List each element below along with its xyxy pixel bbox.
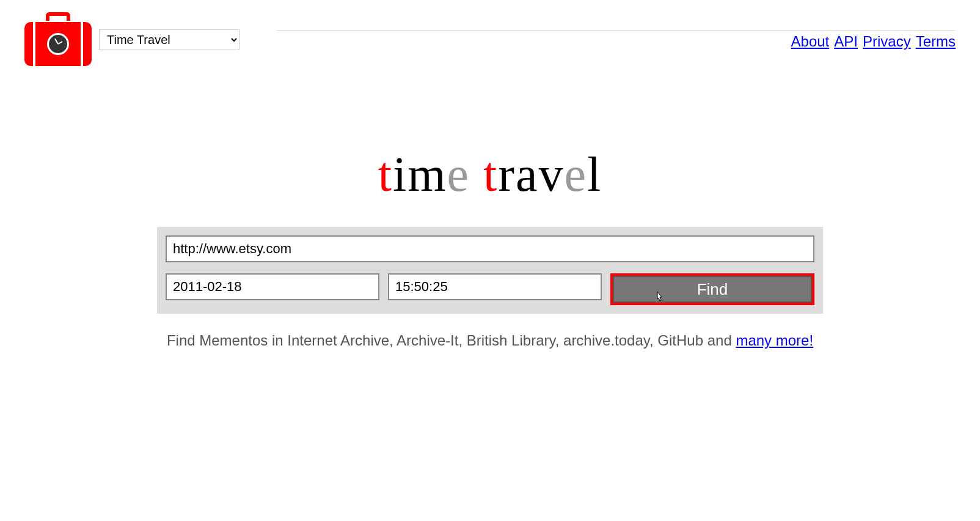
privacy-link[interactable]: Privacy xyxy=(863,33,911,50)
find-button[interactable]: Find xyxy=(613,276,812,303)
api-link[interactable]: API xyxy=(834,33,858,50)
many-more-link[interactable]: many more! xyxy=(736,332,813,349)
page-title: time travel xyxy=(0,147,980,202)
header-left: Time Travel xyxy=(24,12,240,67)
header-links: About API Privacy Terms xyxy=(276,30,956,50)
title-t1: t xyxy=(378,147,393,201)
service-dropdown[interactable]: Time Travel xyxy=(99,29,240,50)
title-e2: e xyxy=(564,147,587,201)
find-button-highlight: Find xyxy=(610,273,814,305)
terms-link[interactable]: Terms xyxy=(916,33,956,50)
title-t2: t xyxy=(483,147,498,201)
form-row-2: Find xyxy=(166,273,814,305)
title-e1: e xyxy=(447,147,470,201)
url-input[interactable] xyxy=(166,235,814,262)
title-rav: rav xyxy=(498,147,564,201)
tagline-text: Find Mementos in Internet Archive, Archi… xyxy=(167,332,736,349)
title-l: l xyxy=(587,147,602,201)
time-input[interactable] xyxy=(388,273,602,300)
logo-suitcase-icon[interactable] xyxy=(24,12,92,67)
search-form: Find xyxy=(157,227,823,314)
header: Time Travel About API Privacy Terms xyxy=(0,0,980,73)
date-input[interactable] xyxy=(166,273,379,300)
about-link[interactable]: About xyxy=(791,33,830,50)
clock-icon xyxy=(47,33,69,55)
title-im: im xyxy=(393,147,447,201)
tagline: Find Mementos in Internet Archive, Archi… xyxy=(0,332,980,349)
